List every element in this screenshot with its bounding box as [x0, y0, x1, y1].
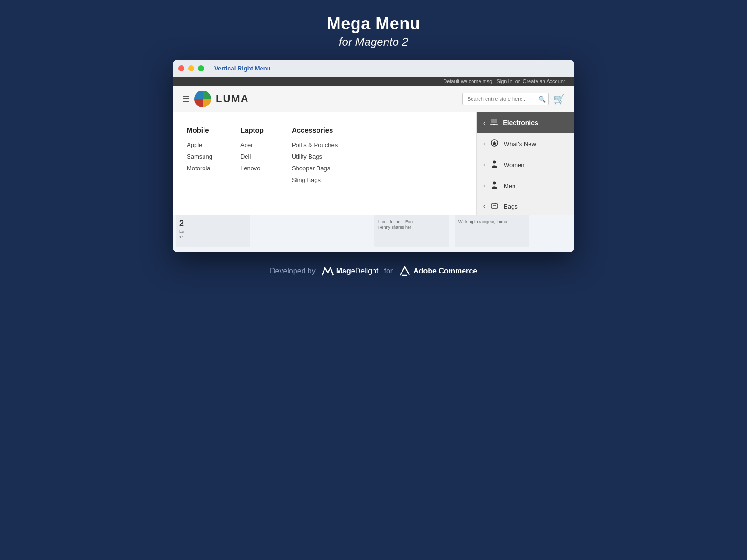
- menu-item-motorola[interactable]: Motorola: [187, 165, 212, 172]
- bottom-card-text-2: Luma founder ErinRenny shares her: [378, 219, 445, 230]
- adobe-commerce-text: Adobe Commerce: [413, 267, 477, 275]
- menu-item-apple[interactable]: Apple: [187, 141, 212, 148]
- search-input[interactable]: [462, 93, 549, 105]
- whats-new-label: What's New: [504, 140, 536, 147]
- browser-tab-label: Vertical Right Menu: [214, 65, 271, 72]
- create-account-link[interactable]: Create an Account: [522, 78, 565, 84]
- electronics-label: Electronics: [503, 119, 538, 126]
- store-content: Mobile Apple Samsung Motorola Laptop Ace…: [173, 112, 574, 215]
- menu-item-utility-bags[interactable]: Utility Bags: [292, 153, 338, 160]
- svg-point-13: [493, 161, 496, 164]
- laptop-column-title: Laptop: [240, 126, 264, 134]
- bottom-card-text-3: Wicking to raingear, Luma: [458, 219, 526, 225]
- browser-titlebar: Vertical Right Menu: [173, 60, 574, 77]
- menu-item-samsung[interactable]: Samsung: [187, 153, 212, 160]
- adobe-commerce-logo: Adobe Commerce: [398, 266, 477, 276]
- store-bottom: 2 Lush Luma founder ErinRenny shares her…: [173, 215, 574, 252]
- welcome-message: Default welcome msg!: [443, 78, 493, 84]
- minimize-dot[interactable]: [188, 65, 194, 71]
- mobile-column-title: Mobile: [187, 126, 212, 134]
- sidebar-active-electronics[interactable]: ‹ Electronics: [477, 112, 574, 133]
- store-topbar: Default welcome msg! Sign In or Create a…: [173, 77, 574, 86]
- svg-rect-15: [491, 204, 498, 208]
- men-chevron-icon: ‹: [483, 182, 485, 189]
- whats-new-icon: [490, 139, 499, 148]
- maximize-dot[interactable]: [198, 65, 204, 71]
- menu-columns: Mobile Apple Samsung Motorola Laptop Ace…: [187, 126, 462, 188]
- sidebar-item-bags[interactable]: ‹ Bags: [477, 196, 574, 215]
- logo-area: ☰ LUMA: [182, 91, 249, 107]
- sign-in-link[interactable]: Sign In: [496, 78, 512, 84]
- bottom-card-3: Wicking to raingear, Luma: [455, 215, 529, 247]
- sidebar-item-women[interactable]: ‹ Women: [477, 154, 574, 175]
- magedelight-logo: MageDelight: [321, 266, 379, 276]
- menu-item-sling-bags[interactable]: Sling Bags: [292, 176, 338, 183]
- men-icon: [490, 181, 499, 190]
- laptop-column: Laptop Acer Dell Lenovo: [240, 126, 264, 188]
- hamburger-icon[interactable]: ☰: [182, 94, 190, 104]
- menu-item-shopper-bags[interactable]: Shopper Bags: [292, 165, 338, 172]
- women-chevron-icon: ‹: [483, 161, 485, 168]
- browser-window: Vertical Right Menu Default welcome msg!…: [173, 60, 574, 252]
- women-label: Women: [504, 161, 525, 168]
- magedelight-text: MageDelight: [336, 267, 379, 275]
- bottom-card-2: Luma founder ErinRenny shares her: [374, 215, 449, 247]
- luma-logo-icon: [194, 91, 211, 107]
- mega-menu-content: Mobile Apple Samsung Motorola Laptop Ace…: [173, 112, 476, 215]
- sidebar-item-whats-new[interactable]: ‹ What's New: [477, 133, 574, 154]
- sidebar-item-men[interactable]: ‹ Men: [477, 175, 574, 196]
- menu-item-lenovo[interactable]: Lenovo: [240, 165, 264, 172]
- bags-label: Bags: [504, 203, 518, 210]
- whats-new-chevron-icon: ‹: [483, 140, 485, 147]
- menu-item-acer[interactable]: Acer: [240, 141, 264, 148]
- bags-icon: [490, 202, 499, 210]
- mobile-column: Mobile Apple Samsung Motorola: [187, 126, 212, 188]
- for-text: for: [384, 267, 393, 275]
- svg-rect-11: [493, 124, 495, 125]
- or-separator: or: [515, 78, 520, 84]
- magedelight-icon: [321, 266, 334, 276]
- women-icon: [490, 160, 499, 169]
- search-button[interactable]: 🔍: [538, 96, 546, 103]
- electronics-icon: [490, 119, 498, 127]
- mega-menu: Mobile Apple Samsung Motorola Laptop Ace…: [173, 112, 574, 215]
- menu-item-potlis[interactable]: Potlis & Pouches: [292, 141, 338, 148]
- page-title: Mega Menu: [327, 14, 421, 34]
- page-header: Mega Menu for Magento 2: [327, 14, 421, 49]
- men-label: Men: [504, 182, 515, 189]
- mega-menu-sidebar: ‹ Electronics ‹: [476, 112, 574, 215]
- bottom-card-num: 2: [179, 218, 247, 228]
- close-dot[interactable]: [178, 65, 184, 71]
- accessories-column: Accessories Potlis & Pouches Utility Bag…: [292, 126, 338, 188]
- bags-chevron-icon: ‹: [483, 203, 485, 210]
- search-wrapper: 🔍: [462, 93, 549, 105]
- svg-point-14: [493, 182, 496, 185]
- delight-light: Delight: [355, 267, 379, 275]
- store-navbar: ☰ LUMA 🔍 🛒: [173, 86, 574, 112]
- accessories-column-title: Accessories: [292, 126, 338, 134]
- cart-icon[interactable]: 🛒: [553, 93, 565, 105]
- bottom-card-text-1: Lush: [179, 229, 247, 240]
- mage-bold: Mage: [336, 267, 355, 275]
- developed-by-text: Developed by: [270, 267, 316, 275]
- bottom-card-1: 2 Lush: [176, 215, 250, 247]
- svg-rect-10: [491, 119, 497, 123]
- adobe-icon: [398, 266, 411, 276]
- electronics-chevron-icon: ‹: [483, 119, 485, 126]
- logo-text: LUMA: [216, 93, 249, 105]
- search-area: 🔍 🛒: [462, 93, 565, 105]
- page-subtitle: for Magento 2: [327, 35, 421, 49]
- menu-item-dell[interactable]: Dell: [240, 153, 264, 160]
- page-footer: Developed by MageDelight for Adobe Comme…: [270, 266, 477, 276]
